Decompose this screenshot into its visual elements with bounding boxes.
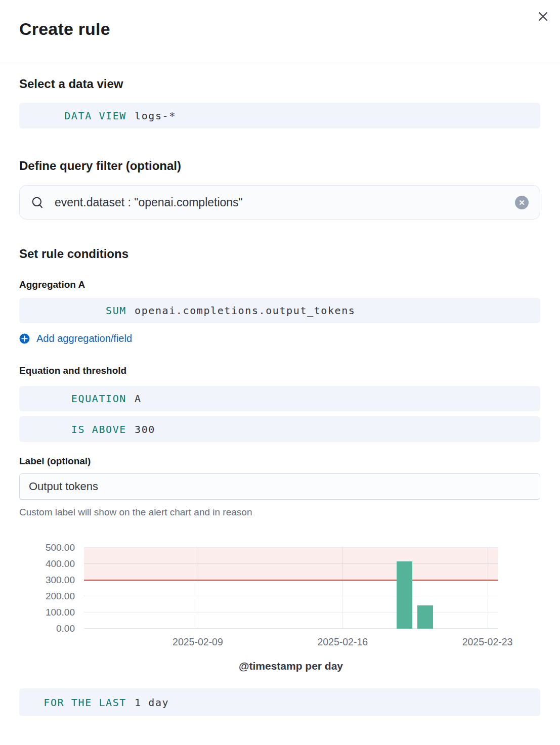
chart-plot-area bbox=[84, 548, 498, 629]
time-window-keyword: FOR THE LAST bbox=[19, 696, 126, 709]
search-icon bbox=[31, 196, 45, 209]
threshold-area bbox=[84, 548, 498, 580]
rule-conditions-heading: Set rule conditions bbox=[19, 246, 540, 261]
y-tick-label: 300.00 bbox=[46, 575, 75, 586]
y-tick-label: 400.00 bbox=[46, 558, 75, 569]
custom-label-input[interactable] bbox=[19, 473, 540, 500]
x-tick-label: 2025-02-16 bbox=[317, 636, 368, 648]
y-tick-label: 0.00 bbox=[56, 623, 75, 634]
time-window-value: 1 day bbox=[135, 696, 169, 709]
time-window-expression-button[interactable]: FOR THE LAST 1 day bbox=[19, 688, 540, 716]
equation-keyword: EQUATION bbox=[19, 392, 126, 405]
close-button[interactable] bbox=[536, 10, 550, 24]
y-tick-label: 500.00 bbox=[46, 542, 75, 553]
bar bbox=[397, 561, 412, 629]
threshold-value: 300 bbox=[135, 423, 155, 435]
page-title: Create rule bbox=[19, 19, 541, 39]
x-tick-label: 2025-02-09 bbox=[173, 636, 223, 648]
chart-x-axis-title: @timestamp per day bbox=[84, 660, 498, 672]
plus-circle-icon bbox=[19, 333, 30, 344]
query-filter-heading: Define query filter (optional) bbox=[19, 158, 540, 173]
data-view-keyword: DATA VIEW bbox=[19, 110, 126, 122]
threshold-expression-button[interactable]: IS ABOVE 300 bbox=[19, 416, 540, 442]
data-view-heading: Select a data view bbox=[19, 76, 540, 92]
threshold-line bbox=[84, 580, 498, 581]
aggregation-keyword: SUM bbox=[19, 304, 126, 317]
gridline bbox=[84, 596, 498, 596]
clear-query-button[interactable]: ✕ bbox=[515, 196, 529, 209]
threshold-keyword: IS ABOVE bbox=[19, 423, 126, 435]
chart-y-axis: 500.00400.00300.00200.00100.000.00 bbox=[19, 548, 84, 629]
aggregation-expression-button[interactable]: SUM openai.completions.output_tokens bbox=[19, 298, 540, 323]
label-help-text: Custom label will show on the alert char… bbox=[19, 507, 540, 518]
equation-expression-button[interactable]: EQUATION A bbox=[19, 386, 540, 411]
add-aggregation-button[interactable]: Add aggregation/field bbox=[19, 333, 132, 344]
query-filter-searchbar: ✕ bbox=[19, 185, 540, 220]
y-tick-label: 200.00 bbox=[46, 591, 75, 602]
query-filter-input[interactable] bbox=[55, 196, 515, 209]
label-optional-label: Label (optional) bbox=[19, 456, 540, 467]
y-tick-label: 100.00 bbox=[46, 607, 75, 618]
flyout-body: Select a data view DATA VIEW logs-* Defi… bbox=[0, 76, 560, 716]
flyout-header: Create rule bbox=[0, 0, 560, 63]
equation-value: A bbox=[135, 392, 142, 405]
close-icon bbox=[538, 12, 548, 23]
data-view-value: logs-* bbox=[135, 110, 176, 122]
gridline bbox=[84, 612, 498, 612]
aggregation-value: openai.completions.output_tokens bbox=[135, 304, 356, 317]
add-aggregation-label: Add aggregation/field bbox=[36, 333, 132, 344]
bar bbox=[417, 605, 433, 629]
x-tick-label: 2025-02-23 bbox=[462, 636, 513, 648]
equation-threshold-label: Equation and threshold bbox=[19, 365, 540, 376]
data-view-expression-button[interactable]: DATA VIEW logs-* bbox=[19, 103, 540, 128]
clear-icon: ✕ bbox=[519, 196, 525, 209]
aggregation-label: Aggregation A bbox=[19, 279, 540, 290]
chart-x-axis: 2025-02-092025-02-162025-02-23 bbox=[84, 629, 498, 648]
preview-chart: 500.00400.00300.00200.00100.000.00 2025-… bbox=[19, 548, 540, 672]
